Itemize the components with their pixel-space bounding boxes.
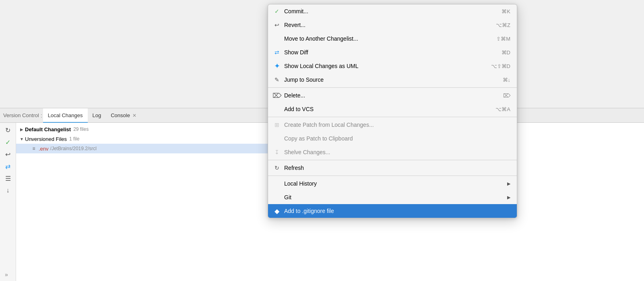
copy-patch-menu-icon bbox=[273, 134, 281, 143]
menu-item-move-changelist[interactable]: Move to Another Changelist... ⇧⌘M bbox=[268, 32, 517, 45]
jump-source-menu-icon: ✎ bbox=[273, 76, 281, 84]
shelve-menu-icon: ↧ bbox=[273, 148, 281, 156]
default-changelist-label: Default Changelist bbox=[25, 126, 71, 132]
commit-menu-icon: ✓ bbox=[273, 7, 281, 15]
create-patch-menu-label: Create Patch from Local Changes... bbox=[284, 122, 510, 128]
copy-patch-menu-label: Copy as Patch to Clipboard bbox=[284, 135, 510, 142]
separator-3 bbox=[268, 160, 517, 160]
menu-item-create-patch: ⊞ Create Patch from Local Changes... bbox=[268, 118, 517, 132]
git-menu-label: Git bbox=[284, 194, 504, 200]
refresh-menu-label: Refresh bbox=[284, 165, 510, 171]
menu-item-jump-source[interactable]: ✎ Jump to Source ⌘↓ bbox=[268, 73, 517, 87]
gitignore-menu-label: Add to .gitignore file bbox=[284, 208, 510, 214]
env-file-row[interactable]: ≡ .env /JetBrains/2019.2/srcl bbox=[16, 144, 270, 153]
unversioned-triangle: ▼ bbox=[19, 136, 24, 141]
tab-local-changes[interactable]: Local Changes bbox=[43, 108, 88, 123]
local-history-menu-icon bbox=[273, 180, 281, 188]
env-file-path: /JetBrains/2019.2/srcl bbox=[50, 146, 97, 151]
tab-log[interactable]: Log bbox=[88, 108, 106, 123]
commit-menu-shortcut: ⌘K bbox=[502, 8, 510, 14]
delete-menu-shortcut: ⌦ bbox=[503, 93, 510, 99]
separator-2 bbox=[268, 117, 517, 117]
create-patch-menu-icon: ⊞ bbox=[273, 121, 281, 129]
unversioned-files-count: 1 file bbox=[69, 136, 79, 142]
show-diff-menu-icon: ⇄ bbox=[273, 48, 281, 56]
update-icon[interactable]: ↓ bbox=[2, 185, 14, 196]
env-file-name: .env bbox=[39, 146, 49, 152]
show-uml-menu-icon: ✦ bbox=[273, 62, 281, 70]
move-changelist-label: Move to Another Changelist... bbox=[284, 35, 496, 42]
refresh-menu-icon: ↻ bbox=[273, 164, 281, 172]
menu-item-refresh[interactable]: ↻ Refresh bbox=[268, 161, 517, 175]
sidebar-icons: ↻ ✓ ↩ ⇄ ☰ ↓ » bbox=[0, 123, 16, 281]
default-changelist-triangle: ▶ bbox=[19, 127, 24, 132]
add-vcs-menu-shortcut: ⌥⌘A bbox=[495, 106, 510, 112]
unversioned-files-label: Unversioned Files bbox=[25, 136, 67, 142]
show-uml-menu-label: Show Local Changes as UML bbox=[284, 63, 491, 69]
refresh-icon[interactable]: ↻ bbox=[2, 124, 14, 136]
separator-4 bbox=[268, 176, 517, 176]
add-vcs-menu-icon bbox=[273, 105, 281, 113]
git-submenu-arrow: ▶ bbox=[507, 195, 510, 200]
shelve-menu-label: Shelve Changes... bbox=[284, 149, 510, 155]
show-diff-menu-shortcut: ⌘D bbox=[502, 50, 510, 56]
revert-icon[interactable]: ↩ bbox=[2, 149, 14, 160]
menu-item-delete[interactable]: ⌦ Delete... ⌦ bbox=[268, 89, 517, 102]
jump-source-menu-shortcut: ⌘↓ bbox=[503, 77, 511, 83]
menu-item-local-history[interactable]: Local History ▶ bbox=[268, 177, 517, 190]
revert-menu-icon: ↩ bbox=[273, 21, 281, 29]
unversioned-files-row[interactable]: ▼ Unversioned Files 1 file bbox=[16, 134, 270, 144]
file-list-area: ▶ Default Changelist 29 files ▼ Unversio… bbox=[16, 123, 270, 281]
jump-source-menu-label: Jump to Source bbox=[284, 76, 503, 83]
menu-item-git[interactable]: Git ▶ bbox=[268, 190, 517, 204]
context-menu: ✓ Commit... ⌘K ↩ Revert... ⌥⌘Z Move to A… bbox=[268, 4, 517, 218]
menu-item-shelve: ↧ Shelve Changes... bbox=[268, 145, 517, 159]
default-changelist-count: 29 files bbox=[73, 126, 89, 132]
local-history-submenu-arrow: ▶ bbox=[507, 181, 510, 186]
menu-item-copy-patch: Copy as Patch to Clipboard bbox=[268, 132, 517, 145]
tab-console[interactable]: Console ✕ bbox=[106, 108, 141, 123]
menu-item-add-gitignore[interactable]: ◆ Add to .gitignore file bbox=[268, 204, 517, 218]
gitignore-menu-icon: ◆ bbox=[273, 207, 281, 215]
show-uml-menu-shortcut: ⌥⇧⌘D bbox=[491, 63, 510, 69]
delete-menu-icon: ⌦ bbox=[273, 91, 281, 99]
show-diff-icon[interactable]: ⇄ bbox=[2, 161, 14, 172]
menu-item-show-diff[interactable]: ⇄ Show Diff ⌘D bbox=[268, 45, 517, 59]
revert-menu-shortcut: ⌥⌘Z bbox=[496, 22, 510, 28]
tab-console-close[interactable]: ✕ bbox=[132, 113, 136, 118]
file-icon: ≡ bbox=[31, 145, 37, 152]
delete-menu-label: Delete... bbox=[284, 92, 503, 99]
menu-item-revert[interactable]: ↩ Revert... ⌥⌘Z bbox=[268, 18, 517, 32]
menu-item-commit[interactable]: ✓ Commit... ⌘K bbox=[268, 4, 517, 18]
commit-menu-label: Commit... bbox=[284, 8, 502, 14]
add-vcs-menu-label: Add to VCS bbox=[284, 106, 495, 112]
local-history-menu-label: Local History bbox=[284, 180, 504, 187]
vc-prefix-label: Version Control bbox=[3, 112, 39, 118]
separator-1 bbox=[268, 87, 517, 88]
default-changelist-row[interactable]: ▶ Default Changelist 29 files bbox=[16, 124, 270, 134]
revert-menu-label: Revert... bbox=[284, 22, 496, 28]
commit-icon[interactable]: ✓ bbox=[2, 136, 14, 148]
git-menu-icon bbox=[273, 193, 281, 201]
show-diff-menu-label: Show Diff bbox=[284, 49, 502, 56]
menu-item-add-vcs[interactable]: Add to VCS ⌥⌘A bbox=[268, 102, 517, 116]
shelve-icon[interactable]: ☰ bbox=[2, 173, 14, 184]
more-icon[interactable]: » bbox=[5, 271, 8, 278]
move-changelist-shortcut: ⇧⌘M bbox=[496, 36, 510, 42]
menu-item-show-uml[interactable]: ✦ Show Local Changes as UML ⌥⇧⌘D bbox=[268, 59, 517, 73]
move-changelist-icon bbox=[273, 35, 281, 43]
